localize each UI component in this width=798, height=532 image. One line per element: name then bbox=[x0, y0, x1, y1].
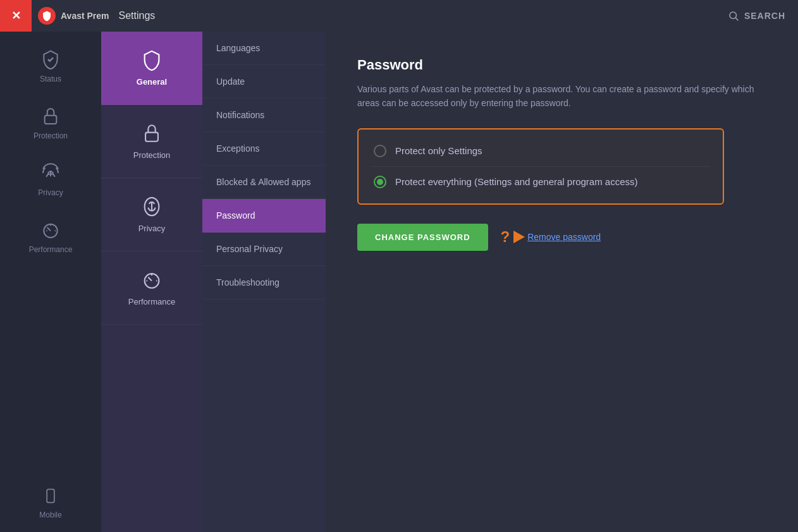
submenu-personal-privacy[interactable]: Personal Privacy bbox=[202, 233, 326, 266]
window-title: Settings bbox=[116, 10, 156, 21]
sidebar-item-status-label: Status bbox=[40, 75, 61, 83]
sidebar-item-protection-label: Protection bbox=[34, 131, 68, 140]
radio-protect-settings-label: Protect only Settings bbox=[395, 145, 482, 156]
search-label: SEARCH bbox=[744, 11, 785, 21]
shield-check-icon bbox=[40, 49, 61, 70]
svg-point-0 bbox=[730, 12, 737, 19]
radio-protect-everything[interactable]: Protect everything (Settings and general… bbox=[371, 166, 710, 197]
section-nav-performance-label: Performance bbox=[128, 297, 175, 306]
content-area: Password Various parts of Avast can be p… bbox=[326, 32, 798, 532]
submenu-exceptions[interactable]: Exceptions bbox=[202, 132, 326, 166]
buttons-row: CHANGE PASSWORD ? Remove password bbox=[357, 224, 766, 251]
remove-password-link[interactable]: Remove password bbox=[527, 232, 601, 242]
submenu-blocked-allowed-apps[interactable]: Blocked & Allowed apps bbox=[202, 166, 326, 199]
speedometer-icon bbox=[40, 220, 61, 240]
section-nav: General Protection Privacy Pe bbox=[101, 32, 202, 532]
sidebar-item-performance-label: Performance bbox=[29, 245, 73, 254]
svg-rect-6 bbox=[145, 133, 158, 142]
privacy-fingerprint-icon bbox=[141, 196, 163, 217]
sidebar-item-privacy-label: Privacy bbox=[38, 188, 63, 197]
general-shield-icon bbox=[141, 49, 163, 71]
perf-speedometer-icon bbox=[141, 269, 163, 291]
page-title: Password bbox=[357, 57, 766, 73]
arrow-icon bbox=[513, 231, 525, 243]
radio-circle-everything bbox=[374, 176, 386, 188]
submenu-update[interactable]: Update bbox=[202, 65, 326, 99]
app-logo-icon bbox=[38, 7, 56, 25]
title-bar: ✕ Avast Prem Settings SEARCH bbox=[0, 0, 798, 32]
fingerprint-icon bbox=[40, 163, 61, 183]
svg-rect-4 bbox=[47, 489, 54, 502]
section-nav-general-label: General bbox=[137, 77, 167, 87]
change-password-button[interactable]: CHANGE PASSWORD bbox=[357, 224, 488, 251]
submenu-troubleshooting[interactable]: Troubleshooting bbox=[202, 266, 326, 299]
submenu-notifications[interactable]: Notifications bbox=[202, 99, 326, 132]
sidebar-item-mobile-label: Mobile bbox=[39, 511, 61, 519]
mobile-icon bbox=[42, 488, 59, 505]
protection-options-box: Protect only Settings Protect everything… bbox=[357, 128, 724, 205]
main-content: Status Protection Privacy bbox=[0, 32, 798, 532]
section-nav-performance[interactable]: Performance bbox=[101, 251, 202, 325]
sidebar-item-privacy[interactable]: Privacy bbox=[0, 152, 101, 209]
submenu-languages[interactable]: Languages bbox=[202, 32, 326, 65]
page-description: Various parts of Avast can be protected … bbox=[357, 82, 762, 111]
submenu-password[interactable]: Password bbox=[202, 199, 326, 233]
remove-password-hint: ? Remove password bbox=[501, 228, 601, 246]
protection-lock-icon bbox=[141, 123, 163, 144]
sidebar-item-performance[interactable]: Performance bbox=[0, 209, 101, 265]
section-nav-protection-label: Protection bbox=[133, 150, 171, 160]
app-name: Avast Prem bbox=[61, 11, 109, 21]
sidebar-item-status[interactable]: Status bbox=[0, 38, 101, 95]
section-nav-privacy-label: Privacy bbox=[138, 224, 166, 233]
icon-nav: Status Protection Privacy bbox=[0, 32, 101, 532]
lock-icon bbox=[40, 106, 61, 126]
section-nav-general[interactable]: General bbox=[101, 32, 202, 105]
radio-protect-everything-label: Protect everything (Settings and general… bbox=[395, 176, 638, 187]
app-logo: Avast Prem bbox=[32, 7, 116, 25]
svg-line-1 bbox=[735, 18, 738, 20]
section-nav-protection[interactable]: Protection bbox=[101, 105, 202, 178]
sidebar-item-protection[interactable]: Protection bbox=[0, 95, 101, 152]
radio-circle-settings bbox=[374, 145, 386, 157]
sidebar-item-mobile[interactable]: Mobile bbox=[0, 476, 101, 532]
search-icon bbox=[728, 10, 739, 21]
sub-menu: Languages Update Notifications Exception… bbox=[202, 32, 326, 532]
radio-protect-settings[interactable]: Protect only Settings bbox=[371, 136, 710, 166]
svg-rect-2 bbox=[45, 116, 57, 124]
question-mark-icon: ? bbox=[501, 228, 510, 246]
close-button[interactable]: ✕ bbox=[0, 0, 32, 32]
search-button[interactable]: SEARCH bbox=[728, 10, 798, 21]
section-nav-privacy[interactable]: Privacy bbox=[101, 178, 202, 251]
